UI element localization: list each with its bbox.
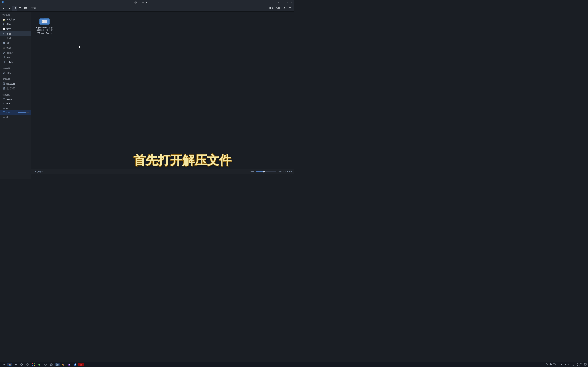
desktop-icon: 🖥 (2, 23, 5, 26)
sidebar-section-recent: 最近使用 (0, 77, 31, 81)
svg-rect-6 (15, 8, 16, 9)
svg-rect-22 (3, 57, 4, 57)
storage-rootfs-icon (2, 111, 5, 114)
svg-rect-4 (15, 7, 16, 8)
sidebar-item-storage-esp[interactable]: esp (0, 101, 31, 106)
svg-rect-13 (269, 7, 270, 9)
zoom-slider[interactable] (256, 171, 276, 172)
sidebar-divider-3 (2, 92, 30, 92)
svg-rect-20 (3, 56, 5, 58)
split-view-label: 拆分视图 (272, 7, 280, 10)
sidebar-item-label-storage-var: var (6, 107, 9, 109)
svg-rect-30 (3, 87, 5, 89)
content-area: Aa f CryoUtilities - 用于提高性能并帮助管理 Steam D… (32, 12, 294, 179)
sidebar-item-pictures[interactable]: 🖼 图片 (0, 41, 31, 46)
storage-var-icon (2, 107, 5, 109)
sidebar-item-home[interactable]: 🏠 主文件夹 (0, 17, 31, 22)
sidebar-item-label-music: 音乐 (7, 37, 11, 40)
sidebar-item-label-pictures: 图片 (7, 42, 11, 45)
remaining-space: 剩余 409.1 GiB (278, 170, 292, 173)
svg-rect-8 (19, 8, 21, 8)
svg-text:Aa: Aa (42, 20, 44, 22)
sidebar-item-label-trash: 回收站 (7, 51, 13, 54)
toolbar: › 下载 拆分视图 (0, 5, 294, 12)
split-view-button[interactable]: 拆分视图 (267, 6, 281, 11)
music-icon: ♪ (2, 37, 5, 40)
sidebar-item-switch[interactable]: switch (0, 60, 31, 64)
forward-button[interactable] (7, 6, 12, 11)
statusbar: 1 个文件夹 缩放: 剩余 409.1 GiB (32, 169, 294, 174)
videos-icon: 🎬 (2, 47, 5, 50)
back-button[interactable] (1, 6, 6, 11)
sidebar-item-videos[interactable]: 🎬 视频 (0, 46, 31, 50)
svg-rect-7 (19, 8, 21, 8)
sidebar-item-storage-efi[interactable]: efi (0, 115, 31, 119)
pictures-icon: 🖼 (2, 42, 5, 45)
recent-files-icon (2, 83, 5, 85)
svg-rect-24 (3, 61, 4, 61)
svg-point-31 (3, 88, 4, 89)
zoom-label: 缩放: (250, 170, 255, 173)
sidebar-item-label-switch: switch (7, 61, 13, 63)
svg-rect-9 (19, 9, 21, 9)
file-item-cryoutilities[interactable]: Aa f CryoUtilities - 用于提高性能并帮助管理 Steam D… (34, 14, 55, 36)
sidebar-item-recent-locations[interactable]: 最近位置 (0, 86, 31, 91)
sidebar-item-storage-var[interactable]: var (0, 106, 31, 110)
detail-view-button[interactable] (18, 6, 22, 11)
svg-rect-5 (14, 8, 15, 9)
sidebar-item-label-storage-rootfs: rootfs (6, 111, 17, 114)
sidebar-section-common: 常用位置 (0, 13, 31, 17)
close-button[interactable]: ✕ (290, 1, 293, 4)
documents-icon: 📄 (2, 28, 5, 30)
breadcrumb-current[interactable]: 下载 (31, 7, 36, 10)
help-button[interactable]: ? (277, 1, 279, 4)
menu-button[interactable] (288, 6, 293, 11)
svg-rect-45 (44, 20, 47, 23)
sidebar-item-trash[interactable]: 🗑 回收站 (0, 50, 31, 55)
svg-line-16 (285, 9, 285, 9)
sidebar-item-recent-files[interactable]: 最近文件 (0, 81, 31, 86)
minimize-button[interactable]: — (281, 1, 284, 4)
sidebar-item-network[interactable]: 网络 (0, 70, 31, 75)
file-grid: Aa f CryoUtilities - 用于提高性能并帮助管理 Steam D… (32, 12, 294, 38)
sidebar-item-storage-home[interactable]: home (0, 97, 31, 101)
recent-locations-icon (2, 87, 5, 90)
window-title: 下载 — Dolphin (4, 1, 277, 4)
icon-view-button[interactable] (12, 6, 17, 11)
trash-icon: 🗑 (2, 51, 5, 54)
storage-home-icon (2, 98, 5, 100)
sidebar-item-documents[interactable]: 📄 文档 (0, 27, 31, 32)
home-icon: 🏠 (2, 18, 5, 21)
breadcrumb: › 下载 (30, 7, 36, 10)
storage-efi-icon (2, 116, 5, 118)
svg-point-29 (3, 83, 4, 84)
compact-view-button[interactable] (23, 6, 28, 11)
folder-icon-cryoutilities: Aa f (39, 16, 50, 25)
file-count: 1 个文件夹 (34, 170, 43, 173)
switch-folder-icon (2, 61, 5, 64)
search-button[interactable] (282, 6, 287, 11)
sidebar-item-label-downloads: 下载 (7, 32, 11, 35)
maximize-button[interactable]: □ (285, 1, 288, 4)
svg-rect-3 (14, 7, 15, 8)
rootfs-storage-bar (18, 112, 29, 113)
breadcrumb-separator: › (30, 7, 31, 9)
sidebar-section-remote: 远程位置 (0, 66, 31, 70)
zoom-thumb[interactable] (263, 171, 265, 173)
svg-point-33 (3, 99, 3, 99)
sidebar-item-label-network: 网络 (7, 71, 11, 75)
sidebar-item-music[interactable]: ♪ 音乐 (0, 36, 31, 41)
sidebar-item-rom[interactable]: Rom (0, 55, 31, 60)
sidebar-item-label-documents: 文档 (7, 27, 11, 31)
sidebar-item-desktop[interactable]: 🖥 桌面 (0, 22, 31, 27)
sidebar-item-downloads[interactable]: ⬇ 下载 (0, 32, 31, 36)
sidebar-item-label-storage-esp: esp (6, 102, 10, 105)
svg-rect-14 (270, 7, 271, 9)
sidebar-item-label-storage-home: home (6, 98, 12, 100)
sidebar-item-storage-rootfs[interactable]: rootfs (0, 110, 31, 115)
svg-point-35 (3, 103, 3, 104)
rom-icon (2, 56, 5, 59)
storage-esp-icon (2, 102, 5, 105)
downloads-icon: ⬇ (2, 33, 5, 35)
svg-rect-11 (25, 7, 26, 8)
